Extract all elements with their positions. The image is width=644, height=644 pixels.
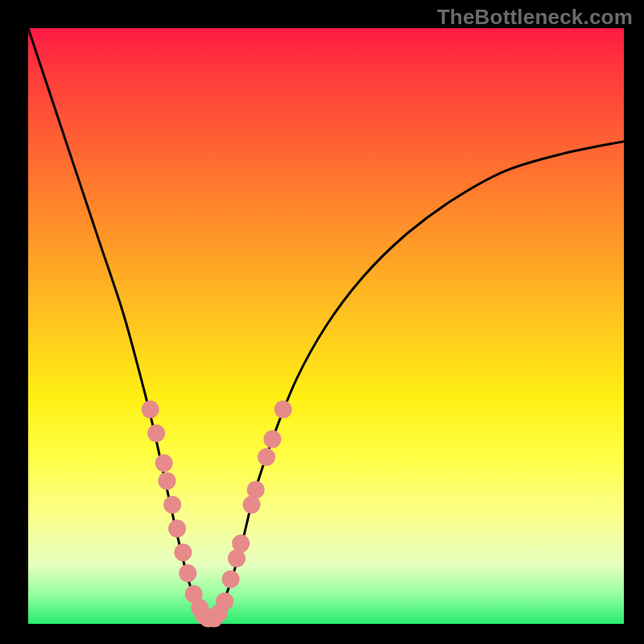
data-marker	[263, 431, 281, 448]
data-marker	[147, 424, 165, 442]
data-marker	[232, 535, 250, 552]
data-marker	[179, 564, 196, 582]
data-marker	[258, 448, 275, 466]
data-marker	[243, 496, 261, 514]
data-marker	[158, 472, 175, 489]
data-marker	[168, 520, 186, 538]
data-marker	[275, 401, 292, 419]
data-marker	[174, 543, 192, 561]
data-marker	[228, 550, 246, 568]
data-marker	[216, 592, 233, 610]
plot-area	[28, 28, 624, 624]
data-marker	[222, 571, 240, 588]
data-marker	[247, 481, 265, 499]
curve-markers	[142, 401, 292, 628]
watermark-text: TheBottleneck.com	[437, 5, 633, 30]
data-marker	[142, 401, 159, 419]
chart-svg	[28, 28, 624, 624]
data-marker	[163, 496, 181, 514]
chart-frame: TheBottleneck.com	[0, 0, 644, 644]
data-marker	[155, 454, 173, 472]
curve-line	[28, 28, 624, 622]
